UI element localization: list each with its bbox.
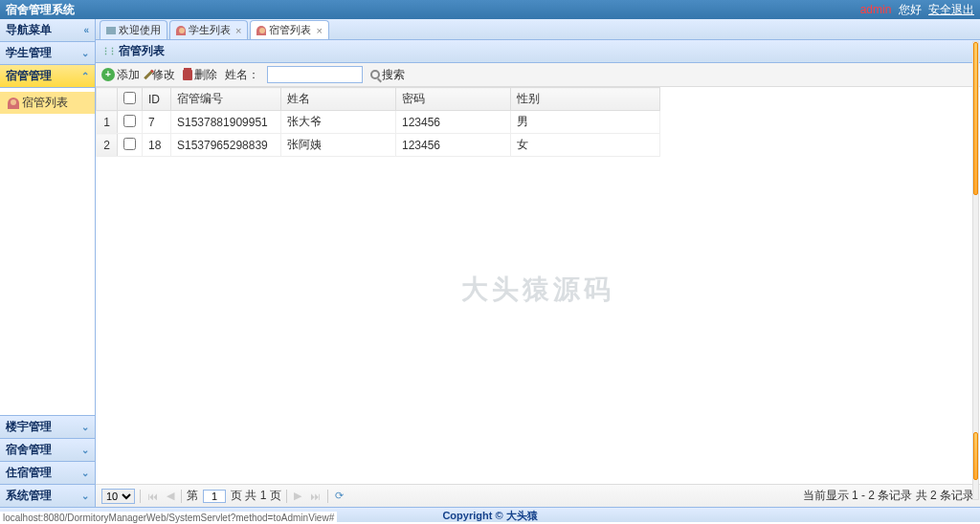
panel-title: 宿管列表	[96, 40, 980, 63]
edit-button[interactable]: 修改	[147, 67, 175, 83]
search-button[interactable]: 搜索	[370, 67, 405, 83]
page-next-button[interactable]: ▶	[292, 490, 303, 502]
close-icon[interactable]: ×	[235, 25, 241, 36]
trash-icon	[183, 70, 192, 80]
row-checkbox[interactable]	[123, 115, 136, 127]
cell-name: 张大爷	[281, 111, 396, 134]
sidebar-item-student[interactable]: 学生管理⌄	[0, 42, 95, 65]
user-icon	[8, 98, 19, 109]
data-grid: ID 宿管编号 姓名 密码 性别 17S1537881909951张大爷1234…	[96, 87, 980, 484]
cell-password: 123456	[396, 134, 511, 157]
search-icon	[370, 70, 380, 79]
collapse-icon[interactable]: «	[83, 25, 89, 35]
name-label: 姓名：	[225, 67, 259, 83]
row-index: 1	[97, 111, 118, 134]
toolbar: +添加 修改 删除 姓名： 搜索	[96, 63, 980, 87]
add-button[interactable]: +添加	[101, 67, 140, 83]
sidebar: 导航菜单 « 学生管理⌄ 宿管管理⌃ 宿管列表 楼宇管理⌄ 宿舍管	[0, 19, 96, 507]
greeting-text: 您好	[899, 3, 922, 16]
sidebar-item-dormmanager[interactable]: 宿管管理⌃	[0, 65, 95, 88]
delete-button[interactable]: 删除	[183, 67, 217, 83]
home-icon	[106, 27, 116, 34]
cell-password: 123456	[396, 111, 511, 134]
chevron-down-icon: ⌄	[81, 48, 89, 58]
refresh-button[interactable]: ⟳	[333, 490, 345, 502]
nav-title: 导航菜单 «	[0, 19, 95, 42]
name-search-input[interactable]	[267, 66, 363, 83]
tab-dormmanager-list[interactable]: 宿管列表 ×	[250, 20, 328, 39]
pagination-bar: 10 ⏮ ◀ 第 页 共 1 页 ▶ ⏭ ⟳ 当前显示 1 - 2 条记录 共 …	[96, 484, 980, 507]
main-area: 欢迎使用 学生列表 × 宿管列表 × 宿管列表 +添加 修改 删除 姓名： 搜索	[96, 19, 980, 507]
cell-gender: 女	[511, 134, 660, 157]
cell-gender: 男	[511, 111, 660, 134]
pagination-info: 当前显示 1 - 2 条记录 共 2 条记录	[803, 488, 974, 504]
scrollbar[interactable]	[972, 41, 979, 500]
sidebar-item-residence[interactable]: 住宿管理⌄	[0, 461, 95, 484]
col-checkbox	[118, 88, 143, 111]
chevron-down-icon: ⌄	[81, 468, 89, 478]
row-index: 2	[97, 134, 118, 157]
chevron-down-icon: ⌄	[81, 445, 89, 455]
table-row[interactable]: 17S1537881909951张大爷123456男	[97, 111, 660, 134]
row-checkbox[interactable]	[123, 138, 136, 150]
col-password[interactable]: 密码	[396, 88, 511, 111]
table-row[interactable]: 218S1537965298839张阿姨123456女	[97, 134, 660, 157]
tab-student-list[interactable]: 学生列表 ×	[169, 20, 248, 39]
tab-welcome[interactable]: 欢迎使用	[100, 20, 167, 39]
cell-name: 张阿姨	[281, 134, 396, 157]
cell-number: S1537965298839	[171, 134, 281, 157]
user-icon	[256, 26, 266, 35]
cell-number: S1537881909951	[171, 111, 281, 134]
user-icon	[176, 26, 186, 35]
app-title: 宿舍管理系统	[6, 2, 860, 18]
sidebar-item-dormroom[interactable]: 宿舍管理⌄	[0, 438, 95, 461]
sidebar-item-building[interactable]: 楼宇管理⌄	[0, 415, 95, 438]
sidebar-item-system[interactable]: 系统管理⌄	[0, 484, 95, 507]
col-gender[interactable]: 性别	[511, 88, 660, 111]
col-number[interactable]: 宿管编号	[171, 88, 281, 111]
page-suffix: 页 共 1 页	[231, 488, 281, 504]
close-icon[interactable]: ×	[316, 25, 322, 36]
status-bar-url: localhost:8080/DormitoryManagerWeb/Syste…	[0, 512, 337, 524]
chevron-up-icon: ⌃	[81, 71, 89, 81]
col-name[interactable]: 姓名	[281, 88, 396, 111]
current-user: admin	[860, 3, 892, 16]
chevron-down-icon: ⌄	[81, 491, 89, 501]
page-size-select[interactable]: 10	[101, 489, 135, 504]
logout-link[interactable]: 安全退出	[928, 3, 974, 16]
select-all-checkbox[interactable]	[123, 92, 136, 104]
chevron-down-icon: ⌄	[81, 422, 89, 432]
col-rownum	[97, 88, 118, 111]
page-prev-button[interactable]: ◀	[165, 490, 176, 502]
page-prefix: 第	[187, 488, 198, 504]
page-first-button[interactable]: ⏮	[145, 491, 160, 502]
cell-id: 18	[143, 134, 171, 157]
tab-bar: 欢迎使用 学生列表 × 宿管列表 ×	[96, 19, 980, 40]
cell-id: 7	[143, 111, 171, 134]
app-header: 宿舍管理系统 admin 您好 安全退出	[0, 0, 980, 19]
tree-item-dormmanager-list[interactable]: 宿管列表	[0, 92, 95, 114]
col-id[interactable]: ID	[143, 88, 171, 111]
page-last-button[interactable]: ⏭	[308, 491, 323, 502]
page-number-input[interactable]	[203, 490, 226, 503]
watermark: 大头猿源码	[461, 271, 614, 307]
plus-icon: +	[101, 68, 115, 81]
